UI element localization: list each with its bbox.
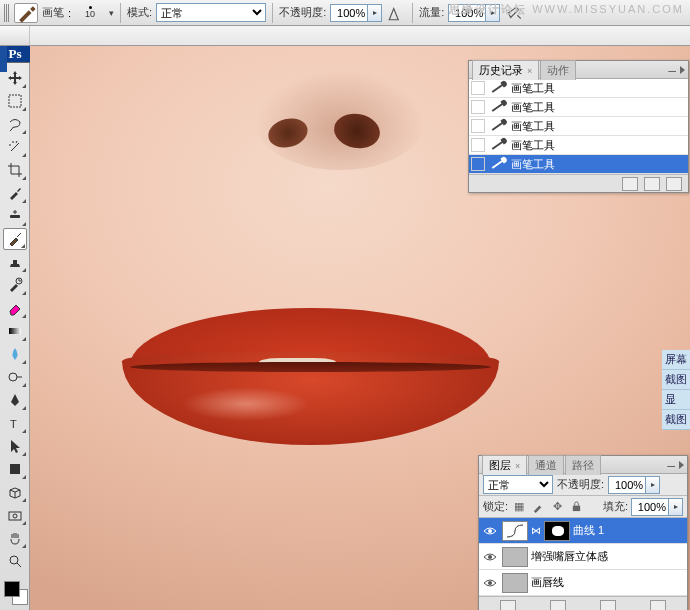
brush-icon xyxy=(15,2,37,24)
menu-item[interactable] xyxy=(0,26,30,45)
lock-transparent-icon[interactable]: ▦ xyxy=(511,499,527,515)
history-item[interactable]: 画笔工具 xyxy=(469,117,688,136)
visibility-toggle[interactable] xyxy=(481,522,499,540)
opacity-input[interactable] xyxy=(330,4,368,22)
eraser-tool[interactable] xyxy=(3,297,27,319)
new-document-button[interactable] xyxy=(644,177,660,191)
tab-actions[interactable]: 动作 xyxy=(540,60,576,80)
right-dock-slice: 屏幕截图显截图 xyxy=(662,350,690,430)
tool-preset-button[interactable] xyxy=(14,3,38,23)
panel-menu-icon[interactable] xyxy=(680,66,685,74)
dropdown-icon[interactable]: ▸ xyxy=(646,476,660,494)
collapse-icon[interactable]: – xyxy=(667,460,675,470)
zoom-tool[interactable] xyxy=(3,550,27,572)
close-icon[interactable]: × xyxy=(515,461,520,471)
brush-tool[interactable] xyxy=(3,228,27,250)
tablet-pressure-opacity-button[interactable] xyxy=(386,3,406,23)
history-item[interactable]: 画笔工具 xyxy=(469,98,688,117)
tab-channels[interactable]: 通道 xyxy=(528,455,564,475)
visibility-toggle[interactable] xyxy=(481,548,499,566)
layer-style-button[interactable] xyxy=(550,600,566,611)
history-source-icon xyxy=(471,138,485,152)
layer-thumb xyxy=(502,547,528,567)
menu-row xyxy=(0,26,690,46)
svg-point-12 xyxy=(488,555,492,559)
history-item-label: 画笔工具 xyxy=(511,157,555,172)
layer-row[interactable]: 增强嘴唇立体感 xyxy=(479,544,687,570)
dodge-tool[interactable] xyxy=(3,366,27,388)
blur-tool[interactable] xyxy=(3,343,27,365)
tab-layers[interactable]: 图层× xyxy=(482,455,527,475)
magic-wand-tool[interactable] xyxy=(3,136,27,158)
collapse-icon[interactable]: – xyxy=(668,65,676,75)
lock-row: 锁定: ▦ ✥ 填充: ▸ xyxy=(479,496,687,518)
dock-tab[interactable]: 截图 xyxy=(662,410,690,430)
crop-tool[interactable] xyxy=(3,159,27,181)
adjustment-layer-button[interactable] xyxy=(650,600,666,611)
grip xyxy=(4,4,10,22)
marquee-tool[interactable] xyxy=(3,90,27,112)
pen-pressure-icon xyxy=(387,4,405,22)
clone-stamp-tool[interactable] xyxy=(3,251,27,273)
fill-input[interactable] xyxy=(631,498,669,516)
foreground-color-swatch[interactable] xyxy=(4,581,20,597)
gradient-tool[interactable] xyxy=(3,320,27,342)
link-icon: ⋈ xyxy=(531,525,541,536)
dock-edge xyxy=(0,46,7,72)
layer-list: ⋈曲线 1增强嘴唇立体感画唇线 xyxy=(479,518,687,596)
close-icon[interactable]: × xyxy=(527,66,532,76)
path-selection-tool[interactable] xyxy=(3,435,27,457)
flow-input[interactable] xyxy=(448,4,486,22)
airbrush-button[interactable] xyxy=(504,3,524,23)
dock-tab[interactable]: 显 xyxy=(662,390,690,410)
history-item-label: 画笔工具 xyxy=(511,119,555,134)
svg-rect-1 xyxy=(10,215,20,218)
flow-dropdown-icon[interactable]: ▸ xyxy=(486,4,500,22)
lock-image-icon[interactable] xyxy=(530,499,546,515)
dock-tab[interactable]: 截图 xyxy=(662,370,690,390)
layer-name: 增强嘴唇立体感 xyxy=(531,549,608,564)
shape-tool[interactable] xyxy=(3,458,27,480)
history-item[interactable]: 画笔工具 xyxy=(469,136,688,155)
3d-tool[interactable] xyxy=(3,481,27,503)
type-tool[interactable]: T xyxy=(3,412,27,434)
divider xyxy=(120,3,121,23)
history-item[interactable]: 画笔工具 xyxy=(469,79,688,98)
history-item-label: 画笔工具 xyxy=(511,81,555,96)
history-brush-tool[interactable] xyxy=(3,274,27,296)
lasso-tool[interactable] xyxy=(3,113,27,135)
layer-mask-button[interactable] xyxy=(600,600,616,611)
visibility-toggle[interactable] xyxy=(481,574,499,592)
healing-brush-tool[interactable] xyxy=(3,205,27,227)
layer-row[interactable]: 画唇线 xyxy=(479,570,687,596)
panel-menu-icon[interactable] xyxy=(679,461,684,469)
dock-tab[interactable]: 屏幕 xyxy=(662,350,690,370)
layer-opacity-input[interactable] xyxy=(608,476,646,494)
layer-thumb xyxy=(502,573,528,593)
new-snapshot-button[interactable] xyxy=(622,177,638,191)
layer-row[interactable]: ⋈曲线 1 xyxy=(479,518,687,544)
brush-size-picker[interactable]: 10 xyxy=(75,2,105,24)
delete-button[interactable] xyxy=(666,177,682,191)
layer-blend-mode-select[interactable]: 正常 xyxy=(483,475,553,494)
opacity-dropdown-icon[interactable]: ▸ xyxy=(368,4,382,22)
svg-point-11 xyxy=(488,529,492,533)
link-layers-button[interactable] xyxy=(500,600,516,611)
tab-paths[interactable]: 路径 xyxy=(565,455,601,475)
color-swatches[interactable] xyxy=(2,579,28,605)
blend-mode-select[interactable]: 正常 xyxy=(156,3,266,22)
layer-name: 画唇线 xyxy=(531,575,564,590)
pen-tool[interactable] xyxy=(3,389,27,411)
camera-tool[interactable] xyxy=(3,504,27,526)
eyedropper-tool[interactable] xyxy=(3,182,27,204)
history-item[interactable]: 画笔工具 xyxy=(469,155,688,174)
history-source-icon xyxy=(471,157,485,171)
history-footer xyxy=(469,174,688,192)
brush-dropdown-icon[interactable]: ▾ xyxy=(109,8,114,18)
lock-all-icon[interactable] xyxy=(568,499,584,515)
tab-history[interactable]: 历史记录× xyxy=(472,60,539,80)
lock-position-icon[interactable]: ✥ xyxy=(549,499,565,515)
dropdown-icon[interactable]: ▸ xyxy=(669,498,683,516)
svg-rect-10 xyxy=(572,506,579,512)
hand-tool[interactable] xyxy=(3,527,27,549)
